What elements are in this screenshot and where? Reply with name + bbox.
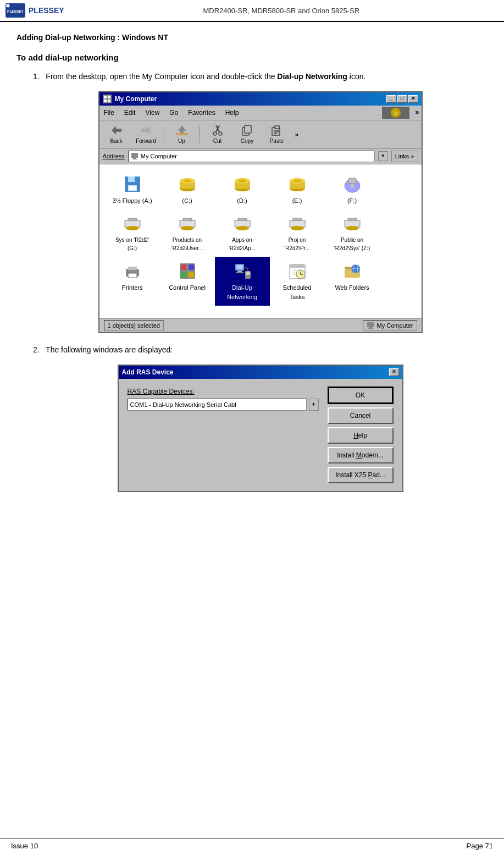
floppy-label: 3½ Floppy (A:): [112, 196, 152, 206]
network-g-icon[interactable]: Sys on 'R2d2'(G:): [105, 209, 160, 257]
network-proj-icon[interactable]: Proj on'R2d2\Pr...: [270, 209, 325, 257]
menu-view[interactable]: View: [143, 107, 162, 119]
page-footer: Issue 10 Page 71: [0, 838, 504, 850]
address-computer-icon: [131, 152, 139, 160]
svg-marker-10: [112, 126, 116, 135]
floppy-img: [123, 174, 142, 194]
toolbar-sep-2: [200, 126, 200, 143]
control-panel-label: Control Panel: [169, 283, 206, 292]
menu-go[interactable]: Go: [167, 107, 180, 119]
svg-marker-14: [178, 125, 186, 131]
toolbar-cut[interactable]: Cut: [204, 122, 231, 147]
address-input[interactable]: My Computer: [128, 151, 375, 162]
device-dropdown[interactable]: ▼: [309, 399, 319, 411]
status-computer-icon: [367, 322, 374, 329]
drive-c-img: [178, 174, 197, 194]
links-button[interactable]: Links »: [391, 151, 418, 162]
menu-help[interactable]: Help: [223, 107, 241, 119]
control-panel-icon[interactable]: Control Panel: [160, 257, 215, 306]
svg-rect-25: [274, 130, 279, 131]
maximize-btn[interactable]: □: [397, 95, 407, 103]
drive-e-img: [287, 174, 307, 194]
svg-rect-95: [369, 327, 372, 328]
menu-favorites[interactable]: Favorites: [186, 107, 217, 119]
svg-rect-74: [189, 272, 194, 278]
drive-d-img: [232, 174, 252, 194]
window-controls: _ □ ✕: [386, 95, 418, 103]
web-folders-icon[interactable]: Web Folders: [325, 257, 380, 306]
drive-c-icon[interactable]: (C:): [160, 170, 215, 210]
network-apps-label: Apps on'R2d2\Ap...: [229, 236, 256, 252]
toolbar-paste[interactable]: Paste: [263, 122, 291, 147]
address-dropdown-btn[interactable]: ▼: [378, 151, 388, 161]
toolbar-more: »: [415, 107, 419, 119]
svg-rect-67: [128, 267, 137, 270]
toolbar-copy[interactable]: Copy: [234, 122, 261, 147]
network-user-label: Products on'R2d2\User...: [171, 236, 203, 252]
install-modem-button[interactable]: Install Modem...: [328, 447, 394, 463]
floppy-icon[interactable]: 3½ Floppy (A:): [105, 170, 160, 210]
dialog-title: Add RAS Device: [122, 367, 174, 377]
svg-rect-26: [274, 131, 279, 133]
device-input[interactable]: COM1 - Dial-Up Networking Serial Cabl: [128, 399, 307, 411]
svg-rect-96: [368, 328, 373, 329]
dialog-titlebar: Add RAS Device ✕: [119, 366, 402, 379]
svg-point-62: [291, 226, 304, 230]
svg-rect-76: [236, 265, 243, 269]
copy-icon: [241, 124, 254, 137]
network-public-icon[interactable]: Public on'R2d2\Sys' (Z:): [325, 209, 380, 257]
menu-file[interactable]: File: [102, 107, 117, 119]
plessey-logo-icon: PLESSEY: [5, 2, 25, 19]
drive-d-icon[interactable]: (D:): [215, 170, 270, 210]
control-panel-img: [178, 261, 197, 281]
cancel-button[interactable]: Cancel: [328, 407, 394, 424]
network-public-label: Public on'R2d2\Sys' (Z:): [334, 236, 370, 252]
toolbar-back[interactable]: Back: [103, 122, 130, 147]
web-folders-label: Web Folders: [335, 283, 369, 292]
svg-point-42: [239, 179, 246, 182]
step-1-text-start: From the desktop, open the My Computer i…: [46, 72, 277, 81]
titlebar-left: My Computer: [103, 94, 157, 104]
header-title: MDR2400-SR, MDR5800-SR and Orion 5825-SR: [64, 7, 499, 15]
win-addressbar: Address My Computer ▼ Links »: [99, 149, 422, 164]
dialog-buttons: OK Cancel Help Install Modem... Install: [328, 387, 394, 483]
dialup-networking-icon[interactable]: Dial-UpNetworking: [215, 257, 270, 306]
toolbar-up[interactable]: Up: [168, 122, 196, 147]
toolbar-forward[interactable]: Forward: [132, 122, 160, 147]
menu-edit[interactable]: Edit: [122, 107, 138, 119]
footer-issue: Issue 10: [11, 842, 38, 850]
svg-point-38: [184, 179, 191, 182]
forward-icon: [140, 124, 153, 137]
up-icon: [175, 124, 189, 137]
ok-button[interactable]: OK: [328, 387, 394, 404]
svg-rect-34: [129, 186, 136, 190]
step-1-text: 1. From the desktop, open the My Compute…: [33, 71, 488, 82]
svg-rect-61: [293, 218, 302, 220]
menu-icon-area: e: [382, 107, 409, 119]
svg-point-20: [219, 132, 222, 135]
svg-rect-78: [236, 272, 243, 273]
svg-point-19: [213, 132, 217, 135]
install-modem-label: Install Modem...: [337, 451, 384, 459]
svg-text:PLESSEY: PLESSEY: [7, 9, 24, 13]
svg-rect-2: [6, 4, 9, 7]
step-1-bold: Dial-up Networking: [277, 72, 347, 81]
close-btn[interactable]: ✕: [408, 95, 418, 103]
win-statusbar: 1 object(s) selected My Computer: [99, 318, 422, 333]
install-x25-button[interactable]: Install X25 Pad...: [328, 467, 394, 483]
scheduled-tasks-icon[interactable]: ScheduledTasks: [270, 257, 325, 306]
drive-e-icon[interactable]: (E:): [270, 170, 325, 210]
drive-c-label: (C:): [182, 196, 192, 206]
dialog-close-btn[interactable]: ✕: [389, 368, 399, 376]
printers-icon[interactable]: Printers: [105, 257, 160, 306]
network-user-icon[interactable]: Products on'R2d2\User...: [160, 209, 215, 257]
minimize-btn[interactable]: _: [386, 95, 396, 103]
help-button[interactable]: Help: [328, 427, 394, 444]
svg-rect-90: [345, 267, 351, 269]
network-apps-icon[interactable]: Apps on'R2d2\Ap...: [215, 209, 270, 257]
cdrom-icon[interactable]: (F:): [325, 170, 380, 210]
svg-rect-68: [128, 273, 137, 278]
address-value: My Computer: [141, 152, 177, 161]
svg-point-59: [236, 226, 249, 230]
install-x25-label: Install X25 Pad...: [335, 471, 385, 479]
